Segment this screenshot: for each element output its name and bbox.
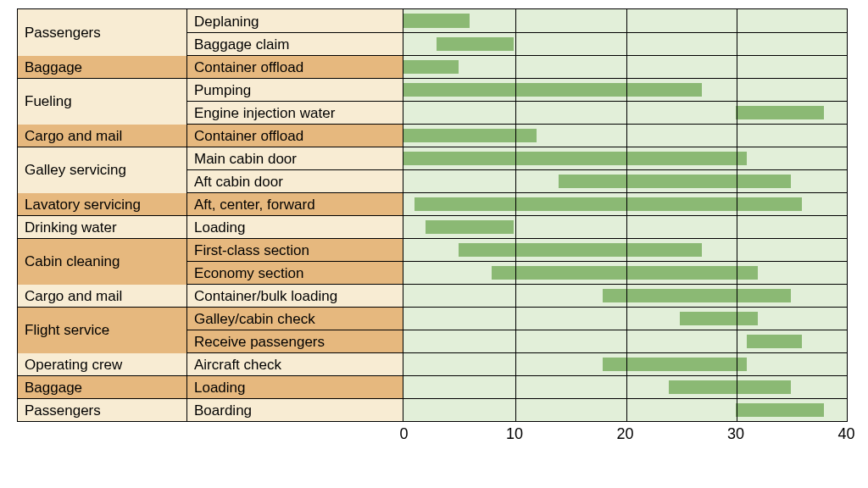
task-cell: Aft, center, forward <box>187 193 403 215</box>
category-cell: Cargo and mail <box>18 125 187 147</box>
bar-cell <box>403 9 847 32</box>
gantt-bar <box>403 152 747 165</box>
x-axis-tick-label: 20 <box>616 425 633 443</box>
x-axis: 010203040 <box>17 422 848 447</box>
category-cell: Operating crew <box>18 353 187 375</box>
gantt-bar <box>736 106 824 119</box>
gantt-chart: DeplaningBaggage claimBaggageContainer o… <box>17 8 848 447</box>
task-cell: Container offload <box>187 56 403 78</box>
x-axis-tick-label: 30 <box>727 425 744 443</box>
x-axis-tick-label: 40 <box>837 425 854 443</box>
task-cell: Receive passengers <box>187 330 403 352</box>
category-cell: Baggage <box>18 376 187 398</box>
table-row: Lavatory servicingAft, center, forward <box>18 192 847 215</box>
gantt-bar <box>437 37 514 51</box>
table-row: Operating crewAircraft check <box>18 352 847 375</box>
category-cell: Flight service <box>18 308 187 353</box>
bar-cell <box>403 170 847 192</box>
gantt-bar <box>492 266 757 280</box>
bar-cell <box>403 79 847 101</box>
table-row: BaggageContainer offload <box>18 55 847 78</box>
category-cell: Baggage <box>18 56 187 78</box>
bar-cell <box>403 353 847 375</box>
category-cell: Cabin cleaning <box>18 239 187 285</box>
category-cell: Fueling <box>18 79 187 125</box>
task-cell: Economy section <box>187 262 403 284</box>
task-cell: Deplaning <box>187 9 403 32</box>
x-axis-tick-label: 10 <box>506 425 523 443</box>
gantt-bar <box>403 129 537 142</box>
gantt-bar <box>603 289 791 302</box>
task-cell: Pumping <box>187 79 403 101</box>
task-cell: Aft cabin door <box>187 170 403 192</box>
task-cell: First-class section <box>187 239 403 261</box>
gantt-bar <box>426 220 514 234</box>
gantt-bar <box>403 14 470 28</box>
gantt-bar <box>680 312 757 325</box>
gantt-bar <box>403 83 702 97</box>
gantt-bar <box>747 335 802 348</box>
table-row: PassengersBoarding <box>18 398 847 421</box>
x-axis-tick-label: 0 <box>399 425 408 443</box>
bar-cell <box>403 193 847 215</box>
bar-cell <box>403 102 847 124</box>
task-cell: Container/bulk loading <box>187 285 403 307</box>
task-cell: Galley/cabin check <box>187 308 403 330</box>
task-cell: Engine injection water <box>187 102 403 124</box>
category-cell: Cargo and mail <box>18 285 187 307</box>
bar-cell <box>403 33 847 55</box>
task-cell: Loading <box>187 216 403 238</box>
bar-cell <box>403 262 847 284</box>
table-row: Drinking waterLoading <box>18 215 847 238</box>
gantt-bar <box>559 175 791 188</box>
task-cell: Baggage claim <box>187 33 403 55</box>
bar-cell <box>403 399 847 421</box>
gantt-bar <box>603 358 747 371</box>
table-row: BaggageLoading <box>18 375 847 398</box>
category-cell: Galley servicing <box>18 147 187 193</box>
gantt-bar <box>415 197 802 211</box>
gantt-bar <box>403 60 459 74</box>
bar-cell <box>403 285 847 307</box>
category-cell: Passengers <box>18 10 187 56</box>
bar-cell <box>403 56 847 78</box>
bar-cell <box>403 125 847 147</box>
task-cell: Main cabin door <box>187 147 403 169</box>
gantt-bar <box>459 243 702 257</box>
table-row: Cargo and mailContainer/bulk loading <box>18 284 847 307</box>
task-cell: Loading <box>187 376 403 398</box>
gantt-bar <box>669 380 791 394</box>
bar-cell <box>403 239 847 261</box>
bar-cell <box>403 308 847 330</box>
category-cell: Passengers <box>18 399 187 421</box>
chart-plot-area: DeplaningBaggage claimBaggageContainer o… <box>17 8 848 422</box>
gantt-bar <box>736 403 824 417</box>
bar-cell <box>403 330 847 352</box>
bar-cell <box>403 147 847 169</box>
category-cell: Drinking water <box>18 216 187 238</box>
bar-cell <box>403 376 847 398</box>
task-cell: Container offload <box>187 125 403 147</box>
task-cell: Boarding <box>187 399 403 421</box>
bar-cell <box>403 216 847 238</box>
category-cell: Lavatory servicing <box>18 193 187 215</box>
table-row: Cargo and mailContainer offload <box>18 124 847 147</box>
task-cell: Aircraft check <box>187 353 403 375</box>
